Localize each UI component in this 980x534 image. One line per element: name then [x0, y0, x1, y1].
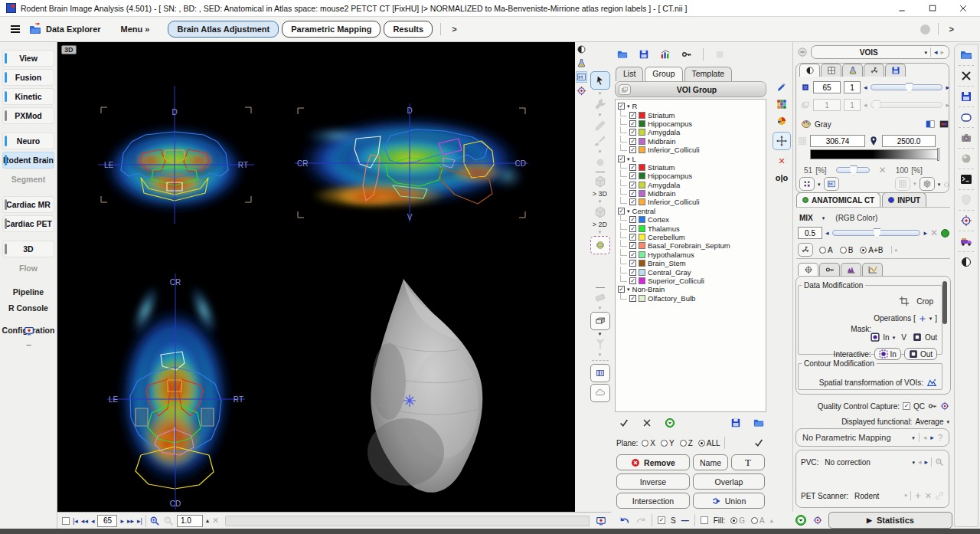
qc-checkbox[interactable]: ✓ — [903, 402, 910, 410]
slice-number-input[interactable] — [97, 515, 117, 527]
mix-slider[interactable] — [832, 230, 921, 236]
checkbox-icon[interactable]: ✓ — [629, 172, 636, 179]
redo-icon[interactable] — [635, 515, 646, 526]
sidebar-item-segment[interactable]: Segment — [3, 172, 54, 187]
capture-icon[interactable] — [960, 132, 972, 144]
union-button[interactable]: Union — [693, 493, 765, 509]
record-icon[interactable] — [920, 25, 930, 34]
frame-icon[interactable] — [960, 111, 972, 123]
3d-toggle-button[interactable]: 3D — [61, 45, 77, 54]
plane-option-y[interactable]: Y — [661, 439, 675, 447]
capture-view-button[interactable] — [920, 177, 935, 191]
sync-views-button[interactable] — [895, 177, 910, 191]
tab-key-tools[interactable] — [819, 263, 840, 276]
collapse-panel-icon[interactable] — [797, 47, 808, 57]
checkbox-icon[interactable]: ✓ — [629, 216, 636, 223]
voi-mirror-icon[interactable]: o|o — [776, 172, 788, 184]
tab-curve-tools[interactable] — [862, 263, 883, 276]
voi-statistics-icon[interactable] — [660, 49, 671, 60]
next-slice-button[interactable]: ▸ — [120, 517, 124, 525]
mix-caret[interactable]: ▾ — [822, 215, 825, 221]
undo-icon[interactable] — [619, 515, 630, 526]
voi-item-row[interactable]: ✓Central_Gray — [618, 267, 766, 276]
voi-item-row[interactable]: ✓Striatum — [618, 110, 766, 119]
adjust-tool[interactable] — [593, 97, 607, 111]
checkbox-icon[interactable]: ✓ — [629, 120, 636, 127]
save-voi-icon[interactable] — [639, 49, 649, 60]
close-button[interactable] — [959, 4, 968, 13]
qc-key-icon[interactable] — [928, 401, 937, 411]
voi-item-row[interactable]: ✓Basal_Forebrain_Septum — [618, 241, 766, 250]
slice-left-arrow[interactable]: ◂ — [864, 84, 867, 91]
sidebar-item-pxmod[interactable]: PXMod — [3, 108, 54, 123]
voi-item-row[interactable]: ✓Inferior_Colliculi — [618, 146, 766, 154]
window-gradient-bar[interactable] — [810, 149, 939, 159]
voi-item-row[interactable]: ✓Amygdala — [618, 181, 766, 189]
blend-option-a[interactable]: A — [819, 246, 833, 254]
spatial-transform-icon[interactable] — [926, 377, 937, 388]
display-mode-button[interactable] — [824, 177, 839, 191]
lower-pct-slider[interactable] — [836, 167, 870, 173]
checkbox-icon[interactable]: ✓ — [629, 269, 636, 276]
localize-icon[interactable] — [960, 215, 972, 227]
circle-option-icon[interactable]: ○ — [943, 180, 949, 188]
tab-brain-atlas-adjustment[interactable]: Brain Atlas Adjustment — [168, 21, 279, 38]
tool-caret[interactable]: ▾ — [599, 198, 602, 205]
functional-value[interactable]: Average — [915, 418, 943, 426]
voi-item-row[interactable]: ✓Amygdala — [618, 128, 766, 136]
palette-icon[interactable] — [801, 119, 812, 129]
voi-move-tool[interactable] — [773, 132, 791, 150]
fill-option-g[interactable]: G — [730, 516, 745, 525]
tool-caret[interactable]: ▾ — [599, 331, 602, 336]
zoom-level-input[interactable] — [177, 515, 203, 527]
checkbox-icon[interactable]: ✓ — [629, 198, 636, 205]
label-map-icon[interactable] — [776, 98, 788, 110]
voi-tab-list[interactable]: List — [616, 67, 643, 81]
fast-forward-button[interactable]: ▸▸ — [127, 517, 134, 525]
name-button[interactable]: Name — [693, 454, 728, 470]
detach-panel-button[interactable] — [619, 84, 631, 95]
plane-option-z[interactable]: Z — [680, 439, 693, 447]
interactive-out-button[interactable]: Out — [904, 348, 937, 360]
tool-caret[interactable]: ▾ — [599, 229, 602, 235]
gradient-handle[interactable] — [937, 148, 939, 161]
toolbar-more-button[interactable]: > — [949, 25, 954, 34]
slice-step-input[interactable] — [844, 81, 861, 93]
coronal-view[interactable]: D LE RT — [98, 86, 254, 224]
parametric-help[interactable]: ? — [938, 433, 942, 442]
pet-scanner-value[interactable]: Rodent — [854, 492, 879, 500]
checkbox-icon[interactable]: ✓ — [629, 190, 636, 197]
sidebar-item-fusion[interactable]: Fusion — [3, 70, 54, 85]
zoom-reset-icon[interactable]: ✕ — [212, 516, 219, 526]
checkbox-icon[interactable]: ✓ — [629, 164, 636, 171]
layer-tab-anatomical-ct[interactable]: ANATOMICAL CT — [796, 192, 880, 207]
color-blend-icon[interactable] — [776, 115, 788, 126]
sidebar-item-view[interactable]: View — [3, 51, 54, 66]
maximize-button[interactable] — [928, 4, 937, 13]
slice-right-arrow[interactable]: ▸ — [946, 84, 949, 91]
tab-contrast[interactable] — [799, 64, 820, 77]
voi-item-row[interactable]: ✓Thalamus — [618, 224, 766, 232]
save-vois-icon[interactable] — [730, 418, 741, 428]
checkbox-icon[interactable]: ✓ — [629, 182, 636, 188]
volume-input[interactable] — [813, 99, 841, 111]
volume-step-input[interactable] — [844, 99, 861, 111]
qc-target-icon[interactable] — [940, 401, 949, 411]
sidebar-item-flow[interactable]: Flow — [3, 260, 54, 276]
slice-slider[interactable] — [871, 84, 943, 90]
pvc-value[interactable]: No correction — [825, 458, 909, 467]
expander-icon[interactable]: ▾ — [627, 103, 630, 109]
colormap-value[interactable]: Gray — [815, 120, 831, 129]
first-slice-button[interactable]: |◂ — [73, 517, 78, 525]
checkbox-icon[interactable]: ✓ — [629, 277, 636, 284]
voi-tab-template[interactable]: Template — [684, 67, 733, 81]
auto-contour-tool[interactable] — [590, 384, 610, 402]
tool-caret[interactable]: ▾ — [599, 112, 602, 118]
inverse-button[interactable]: Inverse — [616, 473, 690, 490]
eraser-3d-tool[interactable] — [590, 312, 610, 330]
blend-option-b[interactable]: B — [840, 246, 854, 254]
overflow-button[interactable]: > — [452, 25, 456, 34]
mix-value-input[interactable] — [798, 227, 822, 239]
blend-caret[interactable]: ▴ — [895, 247, 898, 253]
checkbox-icon[interactable]: ✓ — [629, 251, 636, 258]
